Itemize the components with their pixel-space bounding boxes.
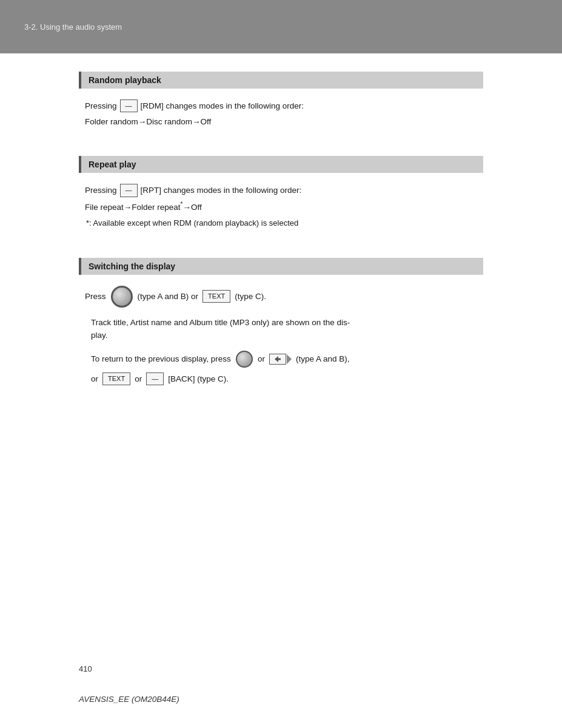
random-press-line1: Pressing — [RDM] changes modes in the fo… — [85, 99, 477, 113]
repeat-play-title: Repeat play — [89, 160, 136, 169]
section-label: 3-2. Using the audio system — [24, 22, 122, 32]
back-button-c: — — [146, 372, 164, 385]
return-back-label: [BACK] (type C). — [168, 374, 229, 383]
repeat-line2: File repeat→Folder repeat*→Off — [85, 200, 477, 214]
header-bar: 3-2. Using the audio system — [0, 0, 562, 53]
random-playback-title: Random playback — [89, 75, 161, 85]
return-line2-or2: or — [135, 374, 142, 383]
repeat-line1-suffix: [RPT] changes modes in the following ord… — [141, 184, 302, 197]
switching-display-title: Switching the display — [89, 261, 175, 271]
repeat-press-line1: Pressing — [RPT] changes modes in the fo… — [85, 184, 477, 197]
repeat-play-section: Repeat play Pressing — [RPT] changes mod… — [79, 156, 483, 239]
switching-display-content: Press (type A and B) or TEXT (type C). T… — [79, 286, 483, 392]
repeat-play-content: Pressing — [RPT] changes modes in the fo… — [79, 184, 483, 239]
content-area: Random playback Pressing — [RDM] changes… — [0, 72, 562, 434]
random-playback-content: Pressing — [RDM] changes modes in the fo… — [79, 99, 483, 138]
page-number: 410 — [79, 664, 92, 673]
random-line2: Folder random→Disc random→Off — [85, 115, 477, 129]
footer-label: AVENSIS_EE (OM20B44E) — [79, 695, 179, 704]
display-press-text: Press — [85, 292, 106, 301]
knob-icon-small — [236, 351, 253, 368]
repeat-play-header: Repeat play — [79, 156, 483, 173]
random-playback-section: Random playback Pressing — [RDM] changes… — [79, 72, 483, 138]
back-btn-angled-corner — [287, 354, 292, 364]
return-or: or — [258, 354, 265, 363]
track-info-block: Track title, Artist name and Album title… — [91, 316, 477, 342]
return-line2: or TEXT or — [BACK] (type C). — [91, 372, 477, 385]
svg-rect-1 — [278, 358, 281, 360]
back-arrow-icon — [273, 356, 282, 363]
rdm-button: — — [120, 99, 138, 112]
return-line1: To return to the previous display, press… — [91, 351, 477, 368]
return-ab-suffix: (type A and B), — [296, 354, 350, 363]
repeat-footnote: *: Available except when RDM (random pla… — [86, 217, 477, 230]
text-button: TEXT — [202, 290, 230, 303]
rpt-button: — — [120, 184, 138, 197]
return-text-button: TEXT — [102, 372, 130, 385]
knob-icon — [111, 286, 133, 308]
display-press-c: (type C). — [235, 292, 266, 301]
random-pressing-text: Pressing — [85, 99, 117, 113]
display-press-ab: (type A and B) or — [138, 292, 199, 301]
switching-display-header: Switching the display — [79, 258, 483, 275]
back-arrow-button-ab — [269, 354, 292, 365]
random-playback-header: Random playback — [79, 72, 483, 89]
random-line1-suffix: [RDM] changes modes in the following ord… — [141, 99, 304, 113]
return-line2-or1: or — [91, 374, 98, 383]
return-prefix: To return to the previous display, press — [91, 354, 231, 363]
repeat-pressing-text: Pressing — [85, 184, 117, 197]
display-press-line: Press (type A and B) or TEXT (type C). — [85, 286, 477, 308]
track-info-text: Track title, Artist name and Album title… — [91, 318, 350, 340]
switching-display-section: Switching the display Press (type A and … — [79, 258, 483, 392]
